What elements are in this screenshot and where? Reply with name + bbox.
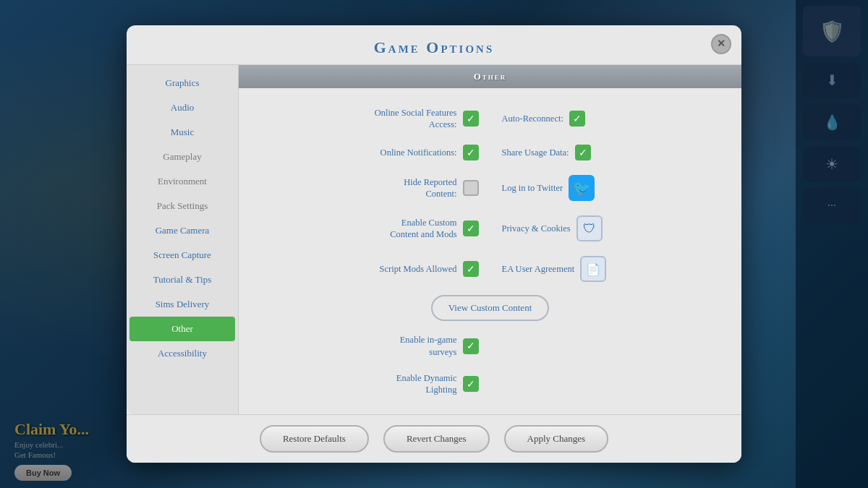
nav-sidebar: Graphics Audio Music Gameplay Environmen… — [127, 65, 239, 415]
modal-title: Game Options — [141, 38, 727, 57]
empty-cell-2 — [490, 365, 728, 403]
enable-surveys-label: Enable in-game surveys — [400, 334, 457, 358]
apply-changes-button[interactable]: Apply Changes — [504, 425, 609, 453]
nav-item-environment[interactable]: Environment — [127, 169, 238, 194]
auto-reconnect-label: Auto-Reconnect: — [502, 113, 563, 124]
nav-item-music[interactable]: Music — [127, 120, 238, 145]
nav-item-graphics[interactable]: Graphics — [127, 71, 238, 95]
option-row-hide-reported: Hide Reported Content: — [253, 168, 490, 208]
option-row-online-social: Online Social Features Access: ✓ — [253, 100, 490, 138]
auto-reconnect-checkbox[interactable]: ✓ — [569, 111, 585, 127]
option-row-enable-surveys: Enable in-game surveys ✓ — [253, 327, 490, 365]
script-mods-label: Script Mods Allowed — [380, 263, 457, 275]
nav-item-sims-delivery[interactable]: Sims Delivery — [127, 292, 238, 317]
enable-surveys-checkbox[interactable]: ✓ — [463, 338, 479, 354]
modal-footer: Restore Defaults Revert Changes Apply Ch… — [127, 414, 741, 463]
view-custom-content-button[interactable]: View Custom Content — [431, 295, 550, 321]
hide-reported-label: Hide Reported Content: — [404, 176, 456, 200]
enable-dynamic-label: Enable Dynamic Lighting — [396, 372, 457, 396]
revert-changes-button[interactable]: Revert Changes — [383, 425, 490, 453]
ea-agreement-button[interactable]: 📄 — [580, 256, 606, 282]
option-row-enable-custom: Enable Custom Content and Mods ✓ — [253, 208, 490, 249]
enable-dynamic-checkbox[interactable]: ✓ — [463, 376, 479, 392]
log-twitter-label: Log in to Twitter — [502, 182, 563, 194]
online-notifications-label: Online Notifications: — [380, 147, 457, 158]
options-grid: Online Social Features Access: ✓ Auto-Re… — [239, 88, 741, 415]
modal-header: Game Options ✕ — [127, 25, 741, 64]
nav-item-gameplay[interactable]: Gameplay — [127, 145, 238, 169]
online-notifications-checkbox[interactable]: ✓ — [463, 145, 479, 160]
enable-custom-label: Enable Custom Content and Mods — [390, 217, 456, 241]
option-row-script-mods: Script Mods Allowed ✓ — [253, 249, 490, 289]
nav-item-other[interactable]: Other — [129, 317, 235, 341]
option-row-auto-reconnect: Auto-Reconnect: ✓ — [490, 100, 728, 138]
online-social-checkbox[interactable]: ✓ — [463, 111, 479, 127]
option-row-log-twitter: Log in to Twitter 🐦 — [490, 168, 728, 208]
option-row-online-notifications: Online Notifications: ✓ — [253, 137, 490, 168]
empty-cell-1 — [490, 327, 728, 365]
log-twitter-button[interactable]: 🐦 — [569, 175, 595, 201]
nav-item-tutorial-tips[interactable]: Tutorial & Tips — [127, 267, 238, 292]
enable-custom-checkbox[interactable]: ✓ — [463, 221, 479, 236]
hide-reported-checkbox[interactable] — [463, 180, 479, 196]
script-mods-checkbox[interactable]: ✓ — [463, 261, 479, 277]
content-area: Other Online Social Features Access: ✓ A… — [239, 65, 741, 415]
section-header: Other — [239, 65, 741, 88]
modal-close-button[interactable]: ✕ — [711, 34, 731, 54]
option-row-privacy: Privacy & Cookies 🛡 — [490, 208, 728, 249]
nav-item-screen-capture[interactable]: Screen Capture — [127, 243, 238, 267]
online-social-label: Online Social Features Access: — [375, 107, 457, 131]
modal-overlay: Game Options ✕ Graphics Audio Music Game… — [0, 0, 868, 488]
view-custom-content-row: View Custom Content — [253, 289, 727, 327]
restore-defaults-button[interactable]: Restore Defaults — [260, 425, 369, 453]
privacy-button[interactable]: 🛡 — [576, 215, 603, 241]
option-row-enable-dynamic: Enable Dynamic Lighting ✓ — [253, 365, 490, 403]
nav-item-pack-settings[interactable]: Pack Settings — [127, 194, 238, 218]
share-usage-checkbox[interactable]: ✓ — [575, 145, 591, 160]
option-row-ea-agreement: EA User Agreement 📄 — [490, 249, 728, 289]
modal-body: Graphics Audio Music Gameplay Environmen… — [127, 64, 741, 415]
privacy-label: Privacy & Cookies — [502, 223, 571, 234]
option-row-share-usage: Share Usage Data: ✓ — [490, 137, 728, 168]
nav-item-audio[interactable]: Audio — [127, 95, 238, 120]
share-usage-label: Share Usage Data: — [502, 147, 569, 158]
nav-item-game-camera[interactable]: Game Camera — [127, 218, 238, 243]
game-options-modal: Game Options ✕ Graphics Audio Music Game… — [127, 25, 741, 463]
ea-agreement-label: EA User Agreement — [502, 263, 575, 275]
nav-item-accessibility[interactable]: Accessibility — [127, 341, 238, 366]
